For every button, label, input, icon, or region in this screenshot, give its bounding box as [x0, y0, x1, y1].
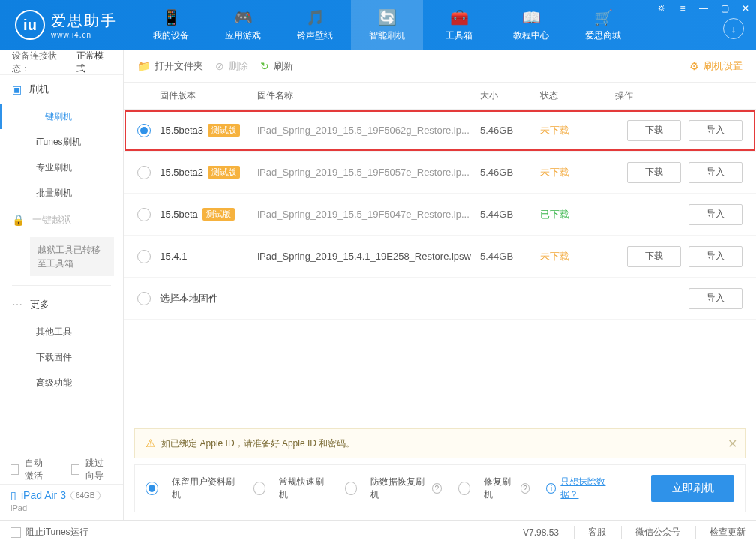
firmware-radio[interactable]	[137, 250, 151, 263]
sidebar-section-more-label: 更多	[30, 298, 50, 311]
opt-repair[interactable]: 修复刷机?	[458, 476, 530, 501]
sidebar-item[interactable]: 批量刷机	[0, 180, 123, 206]
window-menu1-icon[interactable]: ⛭	[651, 0, 672, 17]
nav-item-5[interactable]: 📖教程中心	[495, 0, 567, 50]
firmware-size: 5.44GB	[480, 209, 540, 220]
delete-button[interactable]: ⊘ 删除	[215, 59, 248, 73]
firmware-radio[interactable]	[137, 166, 151, 179]
window-maximize-icon[interactable]: ▢	[714, 0, 735, 17]
sidebar-section-more[interactable]: ⋯ 更多	[0, 290, 123, 319]
nav-icon: 🛒	[594, 8, 613, 26]
flash-now-button[interactable]: 立即刷机	[651, 475, 734, 502]
title-bar: iu 爱思助手 www.i4.cn 📱我的设备🎮应用游戏🎵铃声壁纸🔄智能刷机🧰工…	[0, 0, 756, 50]
download-button[interactable]: 下载	[627, 162, 681, 183]
opt-keep-data-radio[interactable]	[146, 482, 158, 495]
window-minimize-icon[interactable]: —	[693, 0, 714, 17]
col-ops: 操作	[615, 89, 742, 102]
opt-anti-recovery[interactable]: 防数据恢复刷机?	[345, 476, 442, 501]
skip-guide-checkbox[interactable]	[71, 464, 80, 475]
firmware-row[interactable]: 15.5beta2测试版 iPad_Spring_2019_15.5_19F50…	[124, 152, 756, 194]
firmware-status: 未下载	[540, 250, 615, 263]
download-manager-icon[interactable]: ↓	[723, 18, 744, 39]
sidebar-auto-activate-row: 自动激活 跳过向导	[0, 455, 123, 484]
connection-status-label: 设备连接状态：	[12, 50, 74, 75]
nav-label: 爱思商城	[585, 29, 621, 42]
opt-erase-info: i只想抹除数据？	[546, 476, 618, 501]
nav-label: 铃声壁纸	[297, 29, 333, 42]
firmware-size: 5.46GB	[480, 167, 540, 178]
nav-icon: 🎵	[306, 8, 325, 26]
notice-close-icon[interactable]: ✕	[728, 437, 737, 451]
help-icon[interactable]: ?	[520, 483, 530, 494]
opt-repair-radio[interactable]	[458, 482, 470, 495]
sidebar-item[interactable]: 高级功能	[0, 370, 123, 395]
firmware-row[interactable]: 15.5beta3测试版 iPad_Spring_2019_15.5_19F50…	[124, 110, 756, 152]
firmware-filename: iPad_Spring_2019_15.5_19F5062g_Restore.i…	[257, 125, 480, 136]
customer-service-link[interactable]: 客服	[574, 526, 606, 539]
erase-only-link[interactable]: 只想抹除数据？	[560, 476, 618, 501]
sidebar: 设备连接状态： 正常模式 ▣ 刷机 一键刷机iTunes刷机专业刷机批量刷机 🔒…	[0, 50, 124, 520]
block-itunes-checkbox[interactable]	[10, 527, 21, 538]
import-button[interactable]: 导入	[688, 162, 742, 183]
firmware-row[interactable]: 15.5beta测试版 iPad_Spring_2019_15.5_19F504…	[124, 194, 756, 236]
sidebar-item[interactable]: iTunes刷机	[0, 129, 123, 155]
firmware-size: 5.46GB	[480, 125, 540, 136]
app-logo-icon: iu	[15, 10, 45, 40]
opt-keep-data[interactable]: 保留用户资料刷机	[146, 476, 237, 501]
import-button[interactable]: 导入	[688, 246, 742, 267]
firmware-row[interactable]: 15.4.1 iPad_Spring_2019_15.4.1_19E258_Re…	[124, 236, 756, 278]
local-firmware-row[interactable]: 选择本地固件 导入	[124, 278, 756, 320]
import-button[interactable]: 导入	[688, 120, 742, 141]
flash-icon: ▣	[12, 83, 22, 95]
delete-icon: ⊘	[215, 60, 224, 72]
sidebar-item[interactable]: 一键刷机	[0, 104, 123, 129]
nav-item-3[interactable]: 🔄智能刷机	[351, 0, 423, 50]
window-menu2-icon[interactable]: ≡	[672, 0, 693, 17]
content-toolbar: 📁 打开文件夹 ⊘ 删除 ↻ 刷新 ⚙ 刷机设置	[124, 50, 756, 83]
sidebar-item[interactable]: 专业刷机	[0, 155, 123, 180]
more-icon: ⋯	[12, 299, 22, 311]
auto-activate-checkbox[interactable]	[10, 464, 19, 475]
block-itunes-label: 阻止iTunes运行	[26, 526, 88, 539]
nav-item-0[interactable]: 📱我的设备	[135, 0, 207, 50]
nav-item-4[interactable]: 🧰工具箱	[423, 0, 495, 50]
sidebar-section-jailbreak: 🔒 一键越狱	[0, 206, 123, 234]
download-button[interactable]: 下载	[627, 120, 681, 141]
refresh-button[interactable]: ↻ 刷新	[260, 59, 293, 73]
content-area: 📁 打开文件夹 ⊘ 删除 ↻ 刷新 ⚙ 刷机设置 固件版本 固件名称 大小 状态	[124, 50, 756, 520]
gear-icon: ⚙	[689, 60, 699, 72]
nav-item-1[interactable]: 🎮应用游戏	[207, 0, 279, 50]
import-button[interactable]: 导入	[688, 204, 742, 225]
open-folder-button[interactable]: 📁 打开文件夹	[137, 59, 203, 73]
sidebar-section-flash[interactable]: ▣ 刷机	[0, 75, 123, 104]
wechat-link[interactable]: 微信公众号	[621, 526, 680, 539]
lock-icon: 🔒	[12, 214, 25, 226]
flash-settings-button[interactable]: ⚙ 刷机设置	[689, 59, 742, 73]
refresh-label: 刷新	[274, 59, 293, 73]
firmware-radio[interactable]	[137, 208, 151, 221]
download-button[interactable]: 下载	[627, 246, 681, 267]
device-info[interactable]: ▯ iPad Air 3 64GB iPad	[0, 484, 123, 520]
firmware-filename: iPad_Spring_2019_15.5_19F5047e_Restore.i…	[257, 209, 480, 220]
opt-normal-radio[interactable]	[254, 482, 266, 495]
beta-tag: 测试版	[202, 208, 235, 221]
window-close-icon[interactable]: ✕	[735, 0, 756, 17]
nav-label: 我的设备	[153, 29, 189, 42]
nav-item-6[interactable]: 🛒爱思商城	[567, 0, 639, 50]
nav-label: 应用游戏	[225, 29, 261, 42]
nav-icon: 🧰	[450, 8, 469, 26]
opt-normal[interactable]: 常规快速刷机	[254, 476, 328, 501]
sidebar-section-jailbreak-label: 一键越狱	[32, 213, 71, 227]
help-icon[interactable]: ?	[432, 483, 442, 494]
firmware-radio[interactable]	[137, 292, 151, 305]
open-folder-label: 打开文件夹	[154, 59, 203, 73]
sidebar-item[interactable]: 其他工具	[0, 319, 123, 344]
check-update-link[interactable]: 检查更新	[695, 526, 746, 539]
opt-anti-recovery-radio[interactable]	[345, 482, 357, 495]
connection-status-value: 正常模式	[76, 50, 112, 75]
nav-item-2[interactable]: 🎵铃声壁纸	[279, 0, 351, 50]
firmware-radio[interactable]	[137, 124, 151, 137]
sidebar-item[interactable]: 下载固件	[0, 344, 123, 370]
import-button[interactable]: 导入	[688, 288, 742, 309]
col-version: 固件版本	[160, 89, 257, 102]
